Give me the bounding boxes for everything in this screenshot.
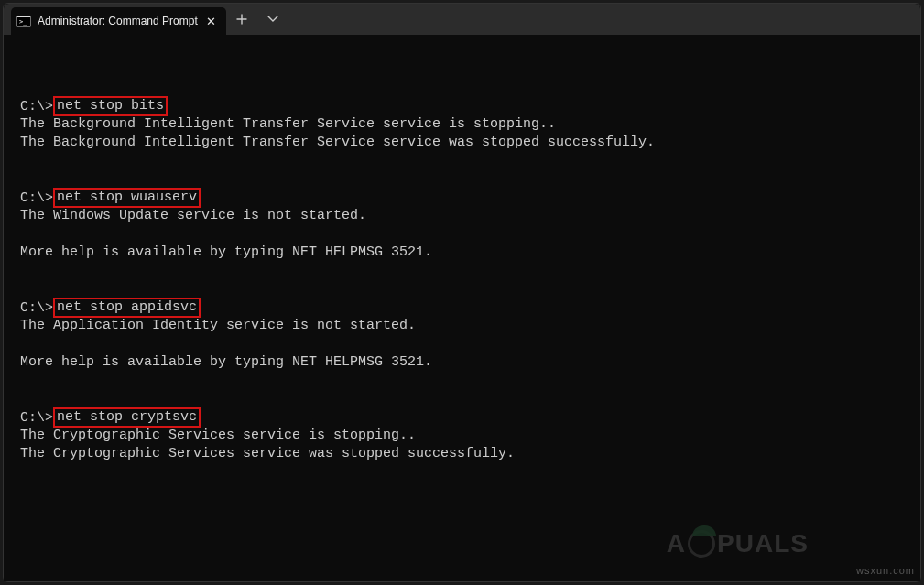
close-icon[interactable]: ✕ <box>204 16 219 27</box>
tab-title: Administrator: Command Prompt <box>38 15 198 27</box>
terminal-line: C:\>net stop wuauserv <box>20 189 920 207</box>
output-line: The Cryptographic Services service is st… <box>20 427 920 445</box>
terminal-body[interactable]: C:\>net stop bitsThe Background Intellig… <box>4 35 920 581</box>
terminal-line: C:\>net stop bits <box>20 97 920 115</box>
terminal-line <box>20 500 920 518</box>
terminal-line <box>20 170 920 189</box>
output-line: More help is available by typing NET HEL… <box>20 353 920 372</box>
output-line: The Background Intelligent Transfer Serv… <box>20 134 920 152</box>
command-text: net stop appidsvc <box>53 298 201 318</box>
watermark-logo: A PUALS <box>667 529 809 558</box>
prompt: C:\> <box>20 99 53 114</box>
command-text: net stop wuauserv <box>53 188 201 208</box>
terminal-line <box>20 390 920 408</box>
terminal-line <box>20 152 920 170</box>
new-tab-button[interactable] <box>226 4 257 35</box>
prompt: C:\> <box>20 190 53 206</box>
command-text: net stop cryptsvc <box>53 407 201 428</box>
output-line: The Windows Update service is not starte… <box>20 207 920 225</box>
output-line: The Cryptographic Services service was s… <box>20 445 920 463</box>
terminal-line <box>20 372 920 390</box>
terminal-line <box>20 280 920 298</box>
terminal-line <box>20 42 920 60</box>
terminal-line <box>20 60 920 79</box>
cmd-icon: >_ <box>16 15 31 27</box>
tab-dropdown-button[interactable] <box>257 4 288 35</box>
tab-active[interactable]: >_ Administrator: Command Prompt ✕ <box>11 7 226 35</box>
terminal-window: >_ Administrator: Command Prompt ✕ C:\>n… <box>3 3 921 582</box>
terminal-line <box>20 79 920 97</box>
terminal-line <box>20 262 920 280</box>
svg-text:>_: >_ <box>19 18 27 26</box>
command-text: net stop bits <box>53 96 168 116</box>
titlebar: >_ Administrator: Command Prompt ✕ <box>4 4 920 35</box>
terminal-line: C:\>net stop appidsvc <box>20 298 920 317</box>
prompt: C:\> <box>20 410 53 426</box>
output-line: More help is available by typing NET HEL… <box>20 244 920 262</box>
terminal-line <box>20 225 920 244</box>
terminal-line <box>20 482 920 500</box>
watermark-text: wsxun.com <box>856 565 915 576</box>
output-line: The Application Identity service is not … <box>20 317 920 335</box>
prompt: C:\> <box>20 300 53 316</box>
output-line: The Background Intelligent Transfer Serv… <box>20 115 920 134</box>
terminal-line <box>20 463 920 482</box>
terminal-line <box>20 335 920 353</box>
terminal-line: C:\>net stop cryptsvc <box>20 408 920 427</box>
